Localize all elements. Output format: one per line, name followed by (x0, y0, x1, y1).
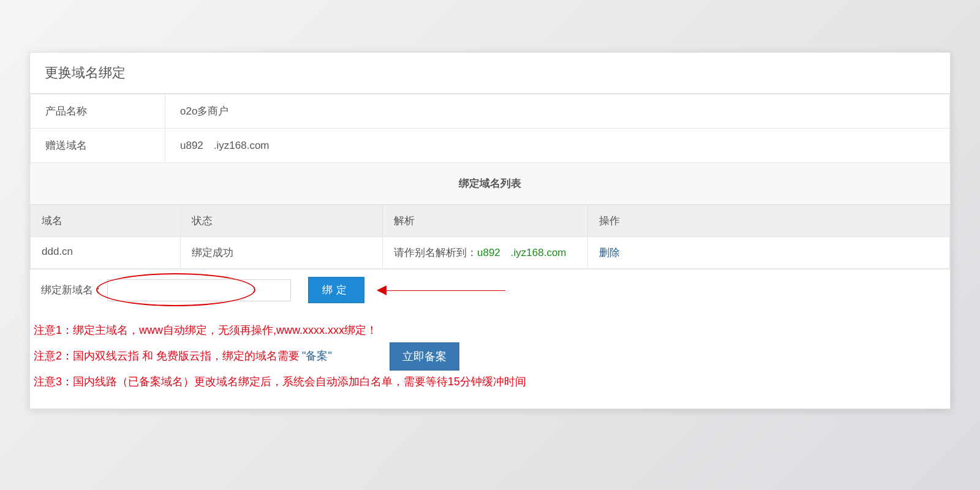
delete-link[interactable]: 删除 (599, 247, 620, 258)
product-name-value: o2o多商户 (165, 94, 950, 129)
info-table: 产品名称 o2o多商户 赠送域名 u892 .iyz168.com (30, 94, 950, 163)
bind-new-row: 绑定新域名： 绑定 (30, 269, 950, 311)
col-status: 状态 (181, 205, 383, 237)
note-2-quoted: "备案" (302, 345, 332, 368)
note-2: 注意2：国内双线云指 和 免费版云指，绑定的域名需要 "备案" 立即备案 (34, 342, 946, 371)
gift-domain-value: u892 .iyz168.com (165, 129, 950, 163)
bind-button[interactable]: 绑定 (308, 277, 364, 303)
note-3: 注意3：国内线路（已备案域名）更改域名绑定后，系统会自动添加白名单，需要等待15… (34, 371, 946, 394)
col-action: 操作 (588, 205, 950, 237)
col-domain: 域名 (31, 205, 181, 237)
cell-resolve: 请作别名解析到：u892 .iyz168.com (383, 237, 588, 269)
bind-new-label: 绑定新域名： (41, 283, 104, 297)
annotation-arrow-icon (377, 283, 505, 298)
cell-status: 绑定成功 (181, 237, 383, 269)
domain-list-header: 绑定域名列表 (30, 163, 950, 205)
domain-list-table: 域名 状态 解析 操作 ddd.cn 绑定成功 请作别名解析到：u892 .iy… (30, 205, 950, 269)
filing-button[interactable]: 立即备案 (390, 342, 459, 371)
resolve-prefix: 请作别名解析到： (394, 247, 477, 258)
panel-title: 更换域名绑定 (30, 53, 950, 94)
table-row: ddd.cn 绑定成功 请作别名解析到：u892 .iyz168.com 删除 (31, 237, 950, 269)
note-1: 注意1：绑定主域名，www自动绑定，无须再操作,www.xxxx.xxx绑定！ (34, 319, 946, 342)
note-2-text: 注意2：国内双线云指 和 免费版云指，绑定的域名需要 (34, 345, 300, 368)
resolve-target: u892 .iyz168.com (477, 247, 567, 258)
bind-domain-input[interactable] (107, 279, 291, 301)
domain-binding-panel: 更换域名绑定 产品名称 o2o多商户 赠送域名 u892 .iyz168.com… (29, 52, 951, 409)
cell-action: 删除 (588, 237, 950, 269)
col-resolve: 解析 (383, 205, 588, 237)
cell-domain: ddd.cn (31, 237, 181, 269)
product-name-label: 产品名称 (31, 94, 165, 129)
notes-section: 注意1：绑定主域名，www自动绑定，无须再操作,www.xxxx.xxx绑定！ … (30, 311, 950, 409)
gift-domain-label: 赠送域名 (31, 129, 165, 163)
